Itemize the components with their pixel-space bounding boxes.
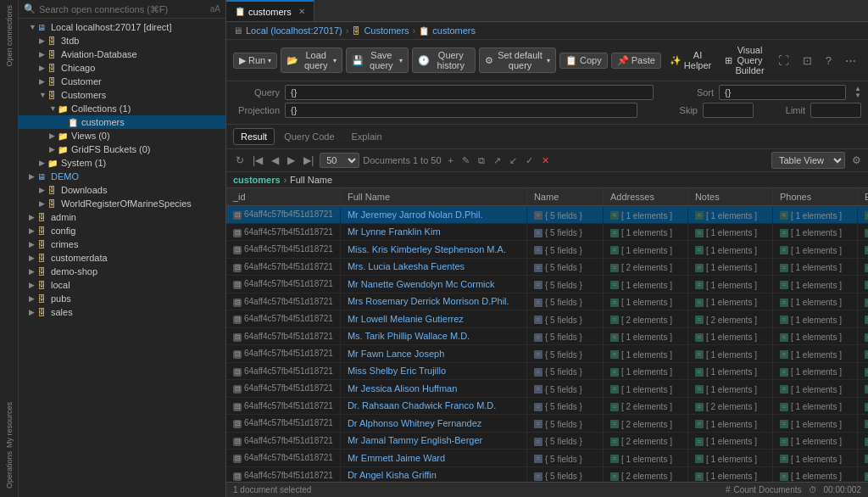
cell-name[interactable]: ={ 5 fields } <box>526 258 603 276</box>
count-documents-button[interactable]: # Count Documents <box>726 485 802 494</box>
fullname-link[interactable]: Mr Jessica Alison Huffman <box>348 383 457 394</box>
my-resources-label[interactable]: My resources <box>5 402 14 448</box>
element-badge[interactable]: =[ 3 elements ] <box>865 402 868 411</box>
fullname-link[interactable]: Mr Lynne Franklin Kim <box>348 226 441 237</box>
element-badge[interactable]: =[ 1 elements ] <box>865 420 868 429</box>
cell-email[interactable]: =[ 3 elements ] <box>857 397 868 415</box>
element-badge[interactable]: =[ 1 elements ] <box>780 332 842 342</box>
cell-email[interactable]: =[ 1 elements ] <box>857 293 868 310</box>
table-row[interactable]: ⊡64aff4c57fb4f51d18721Mrs. Lucia Lakesha… <box>226 258 868 276</box>
cell-fullname[interactable]: Mrs Rosemary Derrick Morrison D.Phil. <box>340 293 526 310</box>
element-badge[interactable]: ={ 5 fields } <box>534 298 582 307</box>
element-badge[interactable]: =[ 1 elements ] <box>610 211 672 221</box>
tab-query-code[interactable]: Query Code <box>276 128 342 145</box>
more-icon-btn[interactable]: ⋯ <box>840 53 861 69</box>
fullname-link[interactable]: Ms. Tarik Phillip Wallace M.D. <box>348 331 470 341</box>
element-badge[interactable]: =[ 1 elements ] <box>780 263 842 272</box>
fullname-link[interactable]: Miss. Kris Kimberley Stephenson M.A. <box>348 244 506 254</box>
element-badge[interactable]: =[ 1 elements ] <box>780 246 842 255</box>
table-row[interactable]: ⊡64aff4c57fb4f51d18721Dr Angel Kisha Gri… <box>226 466 868 482</box>
sidebar-item-config[interactable]: ▶ 🗄 config <box>19 224 225 237</box>
element-badge[interactable]: =[ 1 elements ] <box>780 402 842 411</box>
cell-phones[interactable]: =[ 1 elements ] <box>772 327 857 345</box>
element-badge[interactable]: =[ 2 elements ] <box>610 402 672 411</box>
run-button[interactable]: ▶ Run ▾ <box>233 53 277 69</box>
element-badge[interactable]: =[ 1 elements ] <box>695 281 757 290</box>
col-fullname[interactable]: Full Name <box>340 188 526 206</box>
cell-notes[interactable]: =[ 1 elements ] <box>687 362 772 380</box>
fullname-link[interactable]: Mrs Rosemary Derrick Morrison D.Phil. <box>348 296 509 306</box>
cell-notes[interactable]: =[ 1 elements ] <box>687 223 772 241</box>
cell-notes[interactable]: =[ 1 elements ] <box>687 206 772 224</box>
cell-email[interactable]: =[ 3 elements ] <box>857 206 868 224</box>
element-badge[interactable]: ={ 5 fields } <box>534 367 582 377</box>
element-badge[interactable]: =[ 1 elements ] <box>780 420 842 429</box>
element-badge[interactable]: =[ 1 elements ] <box>780 472 842 481</box>
cell-fullname[interactable]: Dr Angel Kisha Griffin <box>340 466 526 482</box>
element-badge[interactable]: =[ 1 elements ] <box>865 263 868 272</box>
element-badge[interactable]: =[ 1 elements ] <box>780 298 842 307</box>
cell-fullname[interactable]: Dr. Rahsaan Chadwick Franco M.D. <box>340 397 526 415</box>
cell-phones[interactable]: =[ 1 elements ] <box>772 345 857 363</box>
view-select-dropdown[interactable]: Table View Tree View JSON View <box>771 152 845 169</box>
help-icon-btn[interactable]: ? <box>821 53 837 69</box>
table-row[interactable]: ⊡64aff4c57fb4f51d18721Ms. Tarik Phillip … <box>226 327 868 345</box>
page-size-select[interactable]: 50100200 <box>320 153 359 168</box>
search-input[interactable] <box>39 4 207 14</box>
element-badge[interactable]: =[ 1 elements ] <box>695 472 757 481</box>
cell-notes[interactable]: =[ 1 elements ] <box>687 258 772 276</box>
sidebar-item-crimes[interactable]: ▶ 🗄 crimes <box>19 237 225 251</box>
cell-phones[interactable]: =[ 1 elements ] <box>772 241 857 259</box>
load-query-button[interactable]: 📂 Load query ▾ <box>281 47 342 73</box>
sidebar-item-admin[interactable]: ▶ 🗄 admin <box>19 210 225 224</box>
cell-email[interactable]: =[ 1 elements ] <box>857 415 868 433</box>
sidebar-item-gridfs[interactable]: ▶ 📁 GridFS Buckets (0) <box>19 142 225 156</box>
sidebar-item-server[interactable]: ▼ 🖥 Local localhost:27017 [direct] <box>19 20 225 34</box>
delete-button[interactable]: ✕ <box>538 154 553 167</box>
element-badge[interactable]: =[ 1 elements ] <box>695 246 757 255</box>
table-row[interactable]: ⊡64aff4c57fb4f51d18721Mr Jessica Alison … <box>226 380 868 398</box>
element-badge[interactable]: =[ 1 elements ] <box>865 437 868 446</box>
element-badge[interactable]: ={ 5 fields } <box>534 455 582 464</box>
edit-doc-button[interactable]: ✎ <box>459 154 473 167</box>
sidebar-item-collections[interactable]: ▼ 📁 Collections (1) <box>19 102 225 115</box>
view-selector[interactable]: Table View Tree View JSON View <box>771 152 845 169</box>
cell-email[interactable]: =[ 1 elements ] <box>857 432 868 450</box>
cell-name[interactable]: ={ 5 fields } <box>526 450 603 467</box>
fullname-link[interactable]: Dr Alphonso Whitney Fernandez <box>348 418 481 428</box>
query-history-button[interactable]: 🕐 Query history <box>412 47 476 73</box>
element-badge[interactable]: ={ 5 fields } <box>534 332 582 342</box>
cell-phones[interactable]: =[ 1 elements ] <box>772 450 857 467</box>
cell-notes[interactable]: =[ 1 elements ] <box>687 327 772 345</box>
collapse-icon-btn[interactable]: ⊡ <box>798 53 817 69</box>
element-badge[interactable]: =[ 3 elements ] <box>865 211 868 221</box>
fullname-link[interactable]: Mr Jeremey Jarrod Nolan D.Phil. <box>348 209 483 220</box>
cell-fullname[interactable]: Mr Jamal Tammy English-Berger <box>340 432 526 450</box>
element-badge[interactable]: =[ 1 elements ] <box>610 455 672 464</box>
element-badge[interactable]: ={ 5 fields } <box>534 281 582 290</box>
element-badge[interactable]: ={ 5 fields } <box>534 420 582 429</box>
breadcrumb-collection[interactable]: customers <box>432 25 476 36</box>
cell-addresses[interactable]: =[ 2 elements ] <box>603 432 687 450</box>
element-badge[interactable]: =[ 2 elements ] <box>610 437 672 446</box>
table-row[interactable]: ⊡64aff4c57fb4f51d18721Dr Alphonso Whitne… <box>226 415 868 433</box>
cell-email[interactable]: =[ 1 elements ] <box>857 241 868 259</box>
cell-phones[interactable]: =[ 1 elements ] <box>772 397 857 415</box>
sidebar-item-downloads[interactable]: ▶ 🗄 Downloads <box>19 183 225 197</box>
element-badge[interactable]: =[ 1 elements ] <box>780 228 842 237</box>
cell-fullname[interactable]: Miss. Kris Kimberley Stephenson M.A. <box>340 241 526 259</box>
fullname-link[interactable]: Mrs. Lucia Lakesha Fuentes <box>348 261 465 271</box>
table-row[interactable]: ⊡64aff4c57fb4f51d18721Mr Jeremey Jarrod … <box>226 206 868 224</box>
element-badge[interactable]: =[ 1 elements ] <box>865 385 868 394</box>
breadcrumb-server[interactable]: Local (localhost:27017) <box>246 25 342 36</box>
sidebar-item-demo[interactable]: ▶ 🖥 DEMO <box>19 170 225 183</box>
save-query-button[interactable]: 💾 Save query ▾ <box>346 47 408 73</box>
cell-name[interactable]: ={ 5 fields } <box>526 293 603 310</box>
element-badge[interactable]: =[ 2 elements ] <box>865 455 868 464</box>
fullname-link[interactable]: Mr Jamal Tammy English-Berger <box>348 435 482 445</box>
cell-addresses[interactable]: =[ 1 elements ] <box>603 276 687 293</box>
cell-email[interactable]: =[ 2 elements ] <box>857 223 868 241</box>
cell-name[interactable]: ={ 5 fields } <box>526 310 603 328</box>
cell-email[interactable]: =[ 1 elements ] <box>857 258 868 276</box>
cell-phones[interactable]: =[ 1 elements ] <box>772 293 857 310</box>
